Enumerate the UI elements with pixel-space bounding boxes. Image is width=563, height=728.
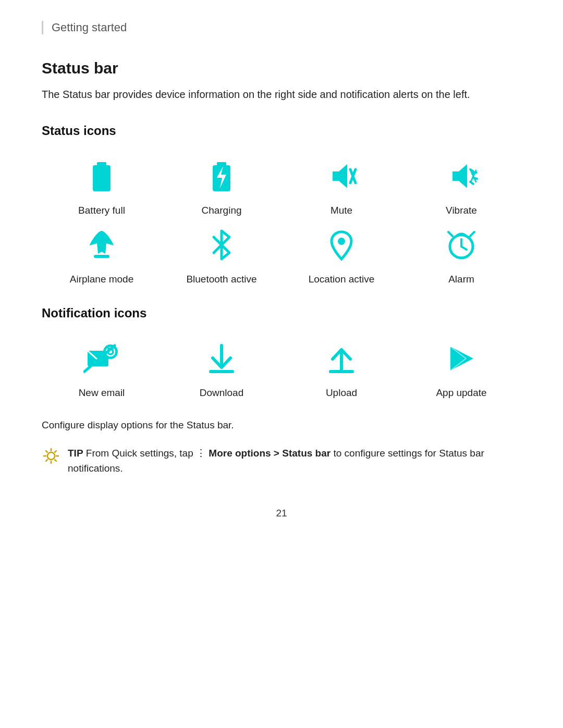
- vibrate-icon: [438, 153, 485, 200]
- icon-cell-download: Download: [162, 335, 282, 399]
- upload-icon: [318, 335, 365, 382]
- svg-rect-15: [94, 255, 109, 258]
- svg-rect-1: [97, 162, 106, 166]
- new-email-icon: [78, 335, 125, 382]
- icon-cell-new-email: New email: [42, 335, 162, 399]
- svg-rect-3: [217, 162, 226, 166]
- tip-text: TIP From Quick settings, tap ⋮ More opti…: [68, 446, 521, 476]
- status-icons-heading: Status icons: [42, 124, 521, 138]
- svg-marker-8: [452, 164, 467, 188]
- alarm-label: Alarm: [448, 274, 474, 285]
- mute-label: Mute: [331, 205, 352, 216]
- bluetooth-icon: [198, 221, 245, 268]
- app-update-icon: [438, 335, 485, 382]
- new-email-label: New email: [79, 387, 125, 399]
- location-icon: [318, 221, 365, 268]
- configure-text: Configure display options for the Status…: [42, 419, 521, 431]
- battery-full-label: Battery full: [78, 205, 125, 216]
- icon-cell-mute: Mute: [282, 153, 401, 216]
- icon-cell-alarm: Alarm: [401, 221, 521, 285]
- svg-line-40: [55, 460, 56, 461]
- breadcrumb: Getting started: [42, 21, 521, 34]
- page-number: 21: [42, 508, 521, 519]
- app-update-label: App update: [436, 387, 486, 399]
- charging-icon: [198, 153, 245, 200]
- section-description: The Status bar provides device informati…: [42, 87, 521, 103]
- airplane-label: Airplane mode: [70, 274, 134, 285]
- svg-line-21: [470, 232, 474, 236]
- notification-icons-grid: New email Download Upload: [42, 335, 521, 399]
- svg-marker-5: [333, 164, 347, 188]
- download-icon: [198, 335, 245, 382]
- battery-full-icon: [78, 153, 125, 200]
- upload-label: Upload: [326, 387, 357, 399]
- icon-cell-bluetooth: Bluetooth active: [162, 221, 282, 285]
- airplane-icon: [78, 221, 125, 268]
- svg-rect-0: [93, 165, 111, 191]
- icon-cell-charging: Charging: [162, 153, 282, 216]
- location-label: Location active: [309, 274, 375, 285]
- status-icons-grid: Battery full Charging Mute: [42, 153, 521, 285]
- svg-point-34: [47, 452, 55, 460]
- notification-icons-heading: Notification icons: [42, 306, 521, 320]
- svg-line-42: [46, 460, 47, 461]
- page-title: Status bar: [42, 59, 521, 77]
- icon-cell-airplane: Airplane mode: [42, 221, 162, 285]
- icon-cell-vibrate: Vibrate: [401, 153, 521, 216]
- svg-line-39: [46, 451, 47, 452]
- charging-label: Charging: [201, 205, 241, 216]
- bluetooth-label: Bluetooth active: [186, 274, 256, 285]
- alarm-icon: [438, 221, 485, 268]
- icon-cell-location: Location active: [282, 221, 401, 285]
- svg-line-41: [55, 451, 56, 452]
- icon-cell-upload: Upload: [282, 335, 401, 399]
- tip-box: TIP From Quick settings, tap ⋮ More opti…: [42, 446, 521, 476]
- svg-point-16: [338, 238, 345, 245]
- mute-icon: [318, 153, 365, 200]
- vibrate-label: Vibrate: [446, 205, 477, 216]
- icon-cell-app-update: App update: [401, 335, 521, 399]
- svg-line-19: [461, 246, 467, 250]
- icon-cell-battery-full: Battery full: [42, 153, 162, 216]
- svg-line-20: [448, 232, 452, 236]
- tip-prefix: TIP: [68, 448, 83, 459]
- tip-body: From Quick settings, tap ⋮ More options …: [68, 448, 484, 474]
- download-label: Download: [200, 387, 244, 399]
- tip-lightbulb-icon: [42, 447, 60, 470]
